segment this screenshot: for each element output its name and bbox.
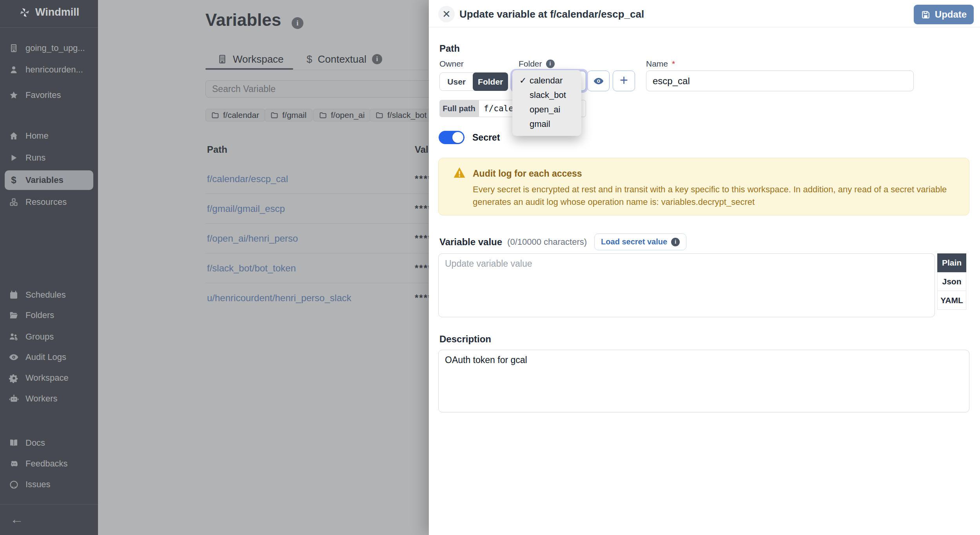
- gear-icon: [9, 373, 19, 383]
- sidebar-item-label: Home: [25, 131, 49, 141]
- tabs-border: [205, 70, 429, 70]
- sidebar-item-label: Favorites: [25, 90, 61, 100]
- description-textarea[interactable]: OAuth token for gcal: [438, 350, 969, 412]
- table-row: f/open_ai/henri_perso *********: [205, 224, 456, 253]
- path-section-heading: Path: [439, 43, 460, 54]
- divider: [0, 504, 98, 504]
- folder-chip-gmail[interactable]: f/gmail: [265, 109, 312, 121]
- variable-path-link[interactable]: f/open_ai/henri_perso: [207, 233, 298, 244]
- toggle-knob: [452, 132, 463, 143]
- sidebar-item-workers[interactable]: Workers: [9, 392, 92, 406]
- table-row: f/gmail/gmail_escp *********: [205, 194, 456, 224]
- owner-folder-segment[interactable]: Folder: [473, 72, 508, 91]
- folder-dropdown-menu: ✓ calendar slack_bot open_ai gmail: [512, 70, 581, 136]
- add-folder-button[interactable]: +: [613, 70, 635, 91]
- home-icon: [9, 131, 19, 141]
- folder-icon: [319, 111, 327, 119]
- name-input[interactable]: [646, 70, 914, 91]
- secret-label: Secret: [472, 132, 500, 143]
- logo-label: Windmill: [35, 6, 79, 18]
- warning-body: Every secret is encrypted at rest and in…: [473, 183, 964, 208]
- sidebar-item-resources[interactable]: Resources: [9, 195, 92, 209]
- warning-triangle-icon: [453, 167, 466, 178]
- user-icon: [9, 65, 19, 75]
- folder-option-slack-bot[interactable]: slack_bot: [512, 88, 581, 102]
- column-header-path: Path: [207, 144, 227, 155]
- tab-contextual[interactable]: $ Contextual i: [307, 52, 382, 66]
- format-tab-json[interactable]: Json: [937, 272, 966, 291]
- description-heading: Description: [439, 334, 491, 345]
- sidebar-item-home[interactable]: Home: [9, 129, 92, 143]
- chip-label: f/gmail: [282, 110, 307, 120]
- folder-chip-slack-bot[interactable]: f/slack_bot: [370, 109, 432, 121]
- variable-path-link[interactable]: f/calendar/escp_cal: [207, 174, 288, 184]
- owner-user-segment[interactable]: User: [440, 73, 473, 90]
- collapse-sidebar-arrow-icon[interactable]: ←: [10, 512, 24, 527]
- folder-option-gmail[interactable]: gmail: [512, 117, 581, 131]
- required-asterisk: *: [672, 59, 675, 69]
- dollar-icon: $: [307, 53, 312, 65]
- format-tab-yaml[interactable]: YAML: [937, 291, 966, 310]
- folder-chip-open-ai[interactable]: f/open_ai: [313, 109, 370, 121]
- sidebar-item-issues[interactable]: Issues: [9, 477, 92, 492]
- drawer-title: Update variable at f/calendar/escp_cal: [459, 8, 644, 20]
- sidebar-item-label: Workers: [25, 394, 58, 404]
- sidebar-item-workspace-settings[interactable]: Workspace: [9, 371, 92, 385]
- active-tab-underline: [205, 68, 293, 70]
- update-variable-drawer: ✕ Update variable at f/calendar/escp_cal…: [429, 0, 980, 535]
- variable-path-link[interactable]: f/gmail/gmail_escp: [207, 203, 285, 214]
- variables-page: Variables i Workspace $ Contextual i f/c…: [98, 0, 429, 535]
- character-counter: (0/10000 characters): [507, 237, 587, 247]
- sidebar-item-docs[interactable]: Docs: [9, 436, 92, 450]
- sidebar-item-runs[interactable]: Runs: [9, 151, 92, 165]
- drawer-header: ✕ Update variable at f/calendar/escp_cal…: [429, 0, 980, 27]
- full-path-badge: Full path: [439, 100, 479, 117]
- tab-workspace[interactable]: Workspace: [217, 52, 284, 66]
- format-tab-plain[interactable]: Plain: [937, 253, 966, 272]
- folder-info-icon[interactable]: i: [546, 60, 555, 68]
- dollar-icon: $: [9, 175, 19, 185]
- sidebar-item-schedules[interactable]: Schedules: [9, 288, 92, 302]
- sidebar-item-label: Resources: [25, 197, 67, 207]
- divider: [0, 27, 98, 28]
- load-secret-info-icon: i: [671, 238, 680, 246]
- building-icon: [9, 43, 19, 53]
- sidebar-item-user[interactable]: henricourden...: [9, 63, 92, 77]
- sidebar-item-folders[interactable]: Folders: [9, 308, 92, 322]
- chip-label: f/calendar: [223, 110, 259, 120]
- variable-path-link[interactable]: u/henricourdent/henri_perso_slack: [207, 293, 351, 304]
- sidebar-item-groups[interactable]: Groups: [9, 330, 92, 344]
- save-icon: [921, 10, 931, 20]
- audit-log-warning: Audit log for each access Every secret i…: [438, 158, 969, 215]
- contextual-info-icon[interactable]: i: [372, 54, 382, 64]
- folder-option-calendar[interactable]: ✓ calendar: [512, 73, 581, 88]
- star-icon: [9, 90, 19, 100]
- sidebar-item-label: Schedules: [25, 290, 66, 300]
- load-secret-value-button[interactable]: Load secret value i: [594, 233, 686, 250]
- sidebar-item-label: Audit Logs: [25, 352, 66, 362]
- sidebar-item-audit-logs[interactable]: Audit Logs: [9, 350, 92, 364]
- sidebar-item-label: Feedbacks: [25, 459, 68, 469]
- variable-path-link[interactable]: f/slack_bot/bot_token: [207, 263, 296, 274]
- folder-chip-calendar[interactable]: f/calendar: [205, 109, 265, 121]
- variables-info-icon[interactable]: i: [292, 17, 303, 29]
- folder-option-open-ai[interactable]: open_ai: [512, 102, 581, 117]
- building-icon: [217, 54, 227, 64]
- view-folder-button[interactable]: [587, 70, 610, 91]
- sidebar-item-variables[interactable]: $ Variables: [9, 173, 92, 187]
- calendar-icon: [9, 290, 19, 300]
- variable-value-textarea[interactable]: [438, 253, 935, 317]
- play-icon: [9, 153, 19, 163]
- update-button-label: Update: [935, 9, 967, 20]
- sidebar-item-label: Runs: [25, 153, 45, 163]
- close-icon[interactable]: ✕: [438, 6, 455, 22]
- name-label: Name *: [646, 59, 675, 69]
- windmill-logo[interactable]: Windmill: [19, 6, 79, 18]
- sidebar-item-feedbacks[interactable]: Feedbacks: [9, 457, 92, 471]
- table-row: f/slack_bot/bot_token *********: [205, 253, 456, 283]
- secret-toggle[interactable]: [439, 131, 465, 144]
- sidebar-item-favorites[interactable]: Favorites: [9, 88, 92, 102]
- table-row: u/henricourdent/henri_perso_slack ******…: [205, 283, 456, 313]
- sidebar-item-workspace-switcher[interactable]: going_to_upg...: [9, 41, 92, 55]
- update-button[interactable]: Update: [914, 5, 974, 24]
